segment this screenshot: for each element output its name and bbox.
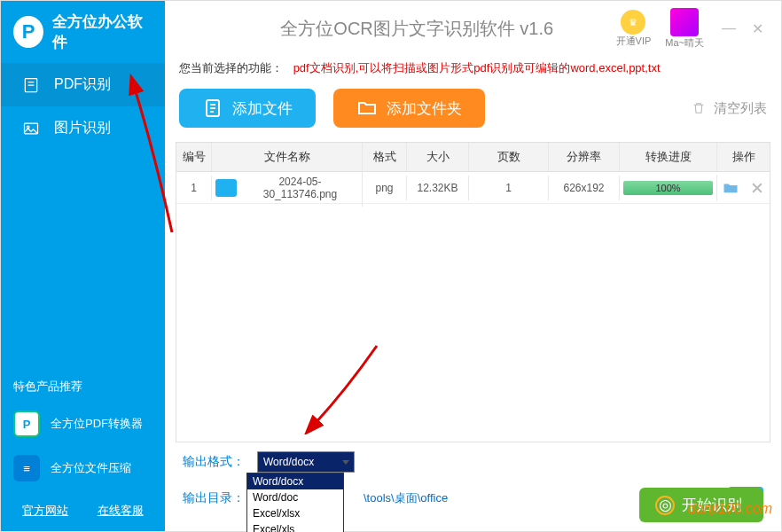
sidebar-item-image[interactable]: 图片识别 bbox=[1, 106, 165, 150]
th-resolution: 分辨率 bbox=[549, 143, 620, 171]
table-row[interactable]: 1 2024-05-30_113746.png png 12.32KB 1 62… bbox=[176, 172, 770, 204]
open-folder-icon[interactable] bbox=[723, 181, 739, 195]
clear-list-button[interactable]: 清空列表 bbox=[691, 100, 767, 117]
output-format-label: 输出格式： bbox=[183, 454, 245, 470]
file-icon bbox=[202, 98, 223, 119]
user-name: Ma~晴天 bbox=[665, 36, 704, 50]
sidebar-item-pdf[interactable]: PDF识别 bbox=[1, 63, 165, 106]
app-title: 全方位OCR图片文字识别软件 v1.6 bbox=[179, 17, 602, 41]
add-folder-button[interactable]: 添加文件夹 bbox=[333, 89, 485, 128]
output-settings: 输出格式： Word/docx Word/docx Word/doc Excel… bbox=[165, 442, 781, 531]
cell-format: png bbox=[363, 176, 407, 200]
output-dir-value: \tools\桌面\office bbox=[364, 490, 448, 506]
add-file-button[interactable]: 添加文件 bbox=[179, 89, 316, 128]
output-format-row: 输出格式： Word/docx bbox=[183, 451, 763, 473]
vip-button[interactable]: ♛ 开通VIP bbox=[616, 10, 652, 48]
file-table: 编号 文件名称 格式 大小 页数 分辨率 转换进度 操作 1 2024-05-3… bbox=[176, 142, 770, 442]
th-operations: 操作 bbox=[717, 143, 770, 171]
format-option[interactable]: Word/docx bbox=[247, 473, 343, 489]
pdf-converter-icon: P bbox=[13, 411, 40, 437]
cell-size: 12.32KB bbox=[407, 176, 469, 200]
logo-text: 全方位办公软件 bbox=[52, 12, 152, 52]
action-bar: 添加文件 添加文件夹 清空列表 bbox=[165, 80, 781, 137]
format-option[interactable]: Word/doc bbox=[247, 489, 343, 505]
topbar: 全方位OCR图片文字识别软件 v1.6 ♛ 开通VIP Ma~晴天 — ✕ bbox=[165, 1, 781, 57]
promo-label: 全方位文件压缩 bbox=[51, 460, 131, 476]
start-recognize-button[interactable]: ◎ 开始识别 bbox=[639, 488, 763, 522]
bottom-links: 官方网站 在线客服 bbox=[1, 490, 165, 531]
logo: P 全方位办公软件 bbox=[1, 1, 165, 63]
close-icon[interactable]: ✕ bbox=[748, 20, 767, 37]
cell-filename: 2024-05-30_113746.png bbox=[242, 176, 358, 200]
cell-index: 1 bbox=[176, 176, 212, 200]
image-icon bbox=[22, 120, 40, 137]
cell-pages: 1 bbox=[469, 176, 549, 200]
table-header: 编号 文件名称 格式 大小 页数 分辨率 转换进度 操作 bbox=[176, 143, 770, 172]
avatar bbox=[670, 8, 699, 36]
cell-progress: 100% bbox=[620, 175, 717, 201]
th-name: 文件名称 bbox=[212, 143, 363, 171]
minimize-icon[interactable]: — bbox=[718, 20, 739, 37]
cell-operations bbox=[717, 175, 770, 201]
format-option[interactable]: Excel/xls bbox=[247, 521, 343, 532]
compress-icon: ≡ bbox=[13, 455, 40, 481]
th-size: 大小 bbox=[407, 143, 469, 171]
crown-icon: ♛ bbox=[621, 10, 645, 35]
add-folder-label: 添加文件夹 bbox=[387, 98, 462, 119]
link-support[interactable]: 在线客服 bbox=[98, 503, 144, 519]
th-progress: 转换进度 bbox=[620, 143, 717, 171]
user-block[interactable]: Ma~晴天 bbox=[665, 8, 704, 50]
sidebar-item-label: PDF识别 bbox=[54, 75, 111, 94]
th-format: 格式 bbox=[363, 143, 407, 171]
logo-icon: P bbox=[13, 16, 43, 48]
vip-label: 开通VIP bbox=[616, 35, 652, 48]
desc-label: 您当前选择的功能： bbox=[179, 61, 283, 74]
output-dir-label: 输出目录： bbox=[183, 490, 245, 506]
pdf-icon bbox=[22, 76, 40, 94]
cell-resolution: 626x192 bbox=[549, 176, 620, 200]
output-format-dropdown: Word/docx Word/doc Excel/xlsx Excel/xls … bbox=[246, 473, 344, 532]
promo-pdf-converter[interactable]: P 全方位PDF转换器 bbox=[1, 402, 165, 446]
start-label: 开始识别 bbox=[682, 495, 742, 515]
delete-row-icon[interactable] bbox=[749, 181, 765, 195]
main: 全方位OCR图片文字识别软件 v1.6 ♛ 开通VIP Ma~晴天 — ✕ 您当… bbox=[165, 1, 781, 531]
folder-icon bbox=[356, 98, 378, 119]
th-pages: 页数 bbox=[469, 143, 549, 171]
promo-file-compress[interactable]: ≡ 全方位文件压缩 bbox=[1, 446, 165, 490]
trash-icon bbox=[691, 100, 707, 116]
desc-text: pdf文档识别,可以将扫描或图片形式pdf识别成可编辑的word,excel,p… bbox=[293, 61, 661, 74]
cell-name: 2024-05-30_113746.png bbox=[212, 169, 363, 207]
output-format-select[interactable]: Word/docx bbox=[257, 451, 355, 473]
format-option[interactable]: Excel/xlsx bbox=[247, 505, 343, 521]
window-controls: — ✕ bbox=[718, 20, 767, 37]
sidebar-item-label: 图片识别 bbox=[54, 119, 111, 137]
sidebar: P 全方位办公软件 PDF识别 图片识别 特色产品推荐 P 全方位PDF转换器 … bbox=[1, 1, 165, 531]
clear-list-label: 清空列表 bbox=[714, 100, 767, 117]
promo-header: 特色产品推荐 bbox=[1, 372, 165, 402]
promo-label: 全方位PDF转换器 bbox=[51, 416, 143, 432]
target-icon: ◎ bbox=[655, 496, 675, 515]
th-index: 编号 bbox=[176, 143, 212, 171]
link-website[interactable]: 官方网站 bbox=[22, 503, 68, 519]
add-file-label: 添加文件 bbox=[232, 98, 293, 119]
file-thumb-icon bbox=[215, 179, 237, 197]
function-description: 您当前选择的功能： pdf文档识别,可以将扫描或图片形式pdf识别成可编辑的wo… bbox=[165, 57, 781, 80]
